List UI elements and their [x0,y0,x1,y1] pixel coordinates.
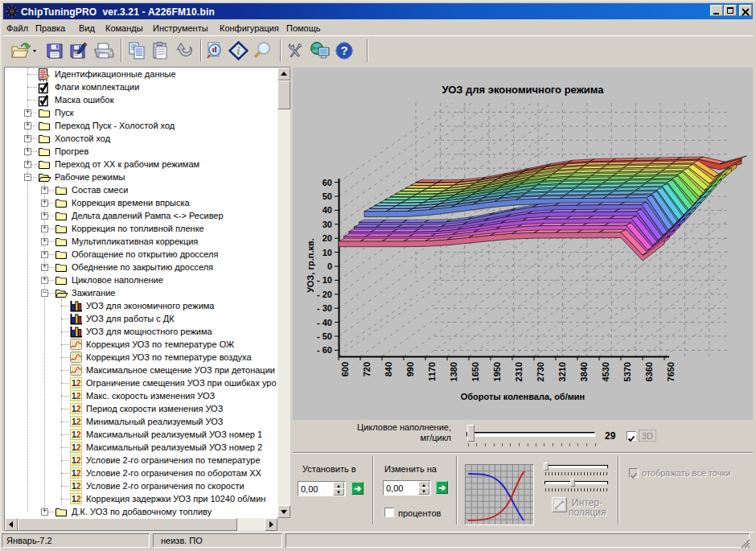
svg-text:5370: 5370 [622,362,632,381]
svg-text:УОЗ для экономичного режима: УОЗ для экономичного режима [442,84,604,96]
svg-text:720: 720 [362,362,372,376]
svg-text:4530: 4530 [601,362,610,381]
svg-text:2: 2 [76,379,81,388]
svg-text:- 50: - 50 [317,331,332,341]
svg-text:0: 0 [327,261,332,271]
svg-text:7650: 7650 [666,362,676,381]
svg-text:?: ? [340,43,347,57]
svg-text:i: i [237,45,240,57]
svg-text:1650: 1650 [470,362,480,381]
svg-text:40: 40 [323,205,332,215]
svg-text:990: 990 [405,362,415,376]
svg-text:30: 30 [323,220,332,229]
svg-text:1170: 1170 [427,362,437,381]
svg-text:1380: 1380 [449,362,458,381]
svg-text:840: 840 [384,362,393,376]
svg-text:2730: 2730 [536,362,545,381]
svg-text:2: 2 [76,443,81,452]
svg-text:Обороты коленвала, об/мин: Обороты коленвала, об/мин [461,392,585,401]
svg-text:600: 600 [340,362,350,376]
svg-text:6360: 6360 [644,362,654,381]
svg-text:- 20: - 20 [317,290,332,299]
svg-text:- 10: - 10 [317,275,332,285]
svg-text:20: 20 [323,233,332,243]
svg-text:- 60: - 60 [317,345,332,355]
svg-text:- 30: - 30 [317,303,332,313]
svg-text:60: 60 [323,178,332,187]
svg-text:2: 2 [76,482,81,491]
svg-text:2: 2 [76,456,81,465]
svg-text:3210: 3210 [557,362,567,381]
svg-text:10: 10 [323,248,332,257]
svg-text:2: 2 [76,469,81,478]
svg-text:УОЗ, гр.п.кв.: УОЗ, гр.п.кв. [306,238,315,293]
svg-text:3840: 3840 [579,362,589,381]
svg-text:2: 2 [76,417,81,426]
svg-text:2310: 2310 [514,362,524,381]
svg-text:1950: 1950 [492,362,502,381]
svg-text:2: 2 [76,392,81,401]
svg-text:2: 2 [76,405,81,413]
svg-text:2: 2 [76,430,81,439]
svg-text:2: 2 [76,495,81,504]
svg-text:- 40: - 40 [317,318,332,327]
svg-text:50: 50 [323,191,332,201]
